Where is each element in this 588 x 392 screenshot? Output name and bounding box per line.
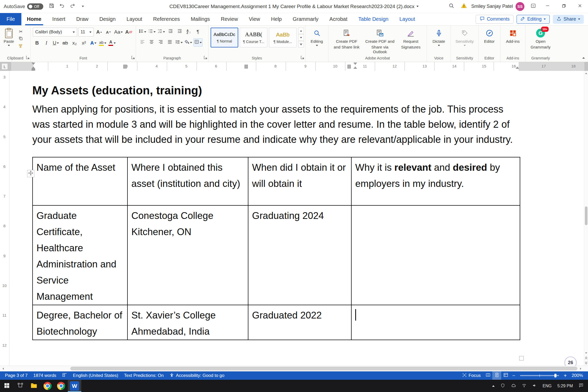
zoom-in-button[interactable]: + [562, 371, 569, 380]
align-center-button[interactable] [147, 38, 156, 47]
font-color-button[interactable]: A [108, 39, 116, 47]
underline-button[interactable]: U [52, 39, 60, 47]
scroll-down-button[interactable] [584, 351, 588, 355]
decrease-indent-button[interactable] [166, 28, 175, 36]
request-signatures-button[interactable]: Request Signatures [398, 28, 424, 50]
collapse-ribbon-button[interactable] [582, 55, 585, 60]
volume-tray-icon[interactable] [530, 380, 539, 392]
styles-gallery-up-button[interactable] [298, 28, 304, 34]
borders-button[interactable] [193, 38, 203, 47]
table-cell[interactable]: Graduate Certificate, Healthcare Adminis… [33, 205, 127, 305]
create-pdf-outlook-button[interactable]: Create PDF and Share via Outlook [363, 28, 396, 55]
numbering-button[interactable] [148, 28, 156, 36]
font-dialog-launcher[interactable] [131, 56, 135, 60]
style-normal[interactable]: AaBbCcDc ¶ Normal [211, 28, 238, 47]
alerts-button[interactable] [458, 0, 470, 13]
onedrive-tray-icon[interactable] [509, 380, 518, 392]
scrollbar-thumb[interactable] [585, 206, 587, 225]
search-button[interactable] [445, 0, 458, 13]
tab-mailings[interactable]: Mailings [185, 13, 215, 25]
grow-font-button[interactable]: A [95, 28, 103, 36]
word-taskbar-button[interactable]: W [68, 380, 81, 392]
chrome-profile2-button[interactable] [54, 380, 68, 392]
styles-dialog-launcher[interactable] [301, 56, 304, 60]
table-move-handle[interactable] [27, 170, 34, 177]
table-cell[interactable]: Degree, Bachelor of Biotechnology [33, 305, 127, 340]
customize-quick-access-button[interactable] [78, 2, 88, 11]
document-page[interactable]: My Assets (education, training) When app… [9, 71, 584, 366]
table-cell[interactable] [351, 305, 520, 340]
highlight-color-button[interactable]: ab [99, 39, 107, 47]
align-left-button[interactable] [138, 38, 146, 47]
table-column-marker[interactable] [244, 65, 248, 69]
clipboard-dialog-launcher[interactable] [26, 56, 29, 60]
table-header-cell[interactable]: Name of the Asset [33, 157, 127, 205]
scrollbar-thumb[interactable] [70, 367, 577, 370]
paste-button[interactable]: Paste [2, 28, 16, 47]
justify-button[interactable] [166, 38, 174, 47]
open-grammarly-button[interactable]: G 10+ Open Grammarly [528, 28, 554, 50]
subscript-button[interactable]: x₂ [70, 39, 79, 47]
previous-page-button[interactable] [584, 356, 588, 360]
superscript-button[interactable]: x² [80, 39, 88, 47]
table-column-marker[interactable] [347, 65, 351, 69]
table-column-marker[interactable] [123, 65, 127, 69]
language-indicator[interactable]: ENG [540, 380, 554, 392]
ribbon-display-options-button[interactable] [527, 0, 540, 13]
table-header-cell[interactable]: Where I obtained this asset (institution… [127, 157, 248, 205]
text-effects-button[interactable]: A [89, 39, 97, 47]
restore-button[interactable] [556, 0, 572, 13]
styles-gallery-more-button[interactable] [298, 41, 304, 47]
table-cell[interactable] [351, 205, 520, 305]
table-cell[interactable]: Graduated 2022 [248, 305, 351, 340]
start-button[interactable] [0, 380, 14, 392]
document-title[interactable]: CDEV8130Career Management.Assignment 1 M… [169, 4, 419, 9]
first-line-indent-marker[interactable] [353, 63, 357, 65]
tab-acrobat[interactable]: Acrobat [324, 13, 353, 25]
format-painter-button[interactable] [17, 43, 25, 50]
document-heading[interactable]: My Assets (education, training) [32, 83, 584, 97]
change-case-button[interactable]: Aa [114, 28, 123, 36]
save-button[interactable] [47, 2, 56, 11]
vertical-ruler[interactable]: 3 4 5 6 7 8 9 10 11 12 [0, 71, 9, 366]
italic-button[interactable]: I [42, 39, 51, 47]
scroll-left-button[interactable] [1, 366, 6, 371]
shrink-font-button[interactable]: A [104, 28, 113, 36]
page-indicator[interactable]: Page 3 of 7 [2, 371, 30, 380]
vertical-scrollbar[interactable] [584, 71, 588, 366]
tab-review[interactable]: Review [215, 13, 243, 25]
tab-help[interactable]: Help [266, 13, 287, 25]
create-pdf-share-link-button[interactable]: Create PDF and Share link [331, 28, 362, 50]
undo-button[interactable] [57, 2, 67, 11]
cut-button[interactable]: ✂ [17, 28, 25, 35]
tab-table-design[interactable]: Table Design [353, 13, 394, 25]
shading-button[interactable] [184, 38, 193, 47]
print-layout-button[interactable] [492, 371, 501, 380]
show-hidden-icons-button[interactable] [490, 380, 497, 392]
table-resize-handle[interactable] [519, 356, 524, 360]
table-cell[interactable]: St. Xavier’s College Ahmedabad, India [127, 305, 248, 340]
tab-home[interactable]: Home [21, 13, 47, 25]
table-cell[interactable]: Graduating 2024 [248, 205, 351, 305]
horizontal-ruler[interactable]: L 1 2 3 4 5 6 7 8 9 10 11 12 13 14 15 16… [0, 62, 588, 71]
close-button[interactable] [572, 0, 588, 13]
language-indicator[interactable]: English (United States) [70, 371, 121, 380]
tab-view[interactable]: View [243, 13, 266, 25]
word-count[interactable]: 1874 words [30, 371, 59, 380]
chrome-button[interactable] [41, 380, 54, 392]
increase-indent-button[interactable] [175, 28, 184, 36]
redo-button[interactable] [68, 2, 77, 11]
zoom-level[interactable]: 200% [569, 371, 586, 380]
table-header-cell[interactable]: When did I obtain it or will obtain it [248, 157, 351, 205]
clear-formatting-button[interactable]: A [124, 28, 133, 36]
tab-insert[interactable]: Insert [47, 13, 71, 25]
styles-gallery-down-button[interactable] [298, 34, 304, 41]
tab-draw[interactable]: Draw [71, 13, 94, 25]
editing-mode-button[interactable]: Editing [517, 15, 550, 24]
tab-grammarly[interactable]: Grammarly [287, 13, 324, 25]
tab-file[interactable]: File [0, 13, 21, 25]
scroll-right-button[interactable] [578, 366, 583, 371]
show-hide-marks-button[interactable]: ¶ [194, 28, 202, 36]
document-paragraph[interactable]: When applying for positions, it is essen… [32, 102, 513, 147]
zoom-slider-thumb[interactable] [554, 374, 556, 377]
